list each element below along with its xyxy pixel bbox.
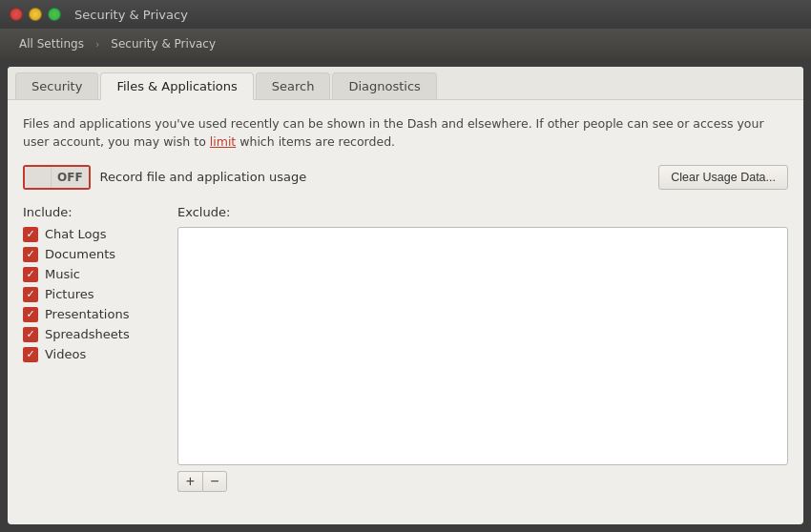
remove-exclude-button[interactable]: − [202,471,227,492]
list-item[interactable]: Chat Logs [23,227,166,242]
window-controls [10,8,61,21]
checkbox-pictures[interactable] [23,287,38,302]
breadcrumb: All Settings › Security & Privacy [0,29,811,59]
list-item[interactable]: Videos [23,347,166,362]
list-item[interactable]: Music [23,267,166,282]
exclude-column: Exclude: + − [177,205,788,492]
tab-files-applications[interactable]: Files & Applications [100,72,253,100]
tab-bar: Security Files & Applications Search Dia… [8,67,803,100]
include-list: Chat Logs Documents Music Pictures [23,227,166,362]
add-exclude-button[interactable]: + [177,471,202,492]
checkbox-label-pictures: Pictures [45,287,94,301]
checkbox-label-presentations: Presentations [45,307,129,321]
checkbox-label-documents: Documents [45,247,115,261]
tab-diagnostics[interactable]: Diagnostics [332,72,436,99]
limit-link[interactable]: limit [210,134,237,149]
list-item[interactable]: Presentations [23,307,166,322]
panel-content: Files and applications you've used recen… [8,100,803,524]
exclude-list-box [177,227,788,465]
list-item[interactable]: Documents [23,247,166,262]
checkbox-label-spreadsheets: Spreadsheets [45,327,130,341]
breadcrumb-separator: › [95,38,99,51]
toggle-button[interactable]: OFF [23,165,91,190]
checkbox-presentations[interactable] [23,307,38,322]
exclude-actions: + − [177,471,788,492]
columns: Include: Chat Logs Documents Music [23,205,788,492]
checkbox-documents[interactable] [23,247,38,262]
description: Files and applications you've used recen… [23,115,788,152]
checkbox-label-music: Music [45,267,80,281]
toggle-track [25,167,52,188]
checkbox-spreadsheets[interactable] [23,327,38,342]
exclude-label: Exclude: [177,205,788,219]
tab-search[interactable]: Search [256,72,331,99]
checkbox-chat-logs[interactable] [23,227,38,242]
window-title: Security & Privacy [74,8,188,22]
checkbox-videos[interactable] [23,347,38,362]
clear-usage-button[interactable]: Clear Usage Data... [658,165,788,190]
list-item[interactable]: Spreadsheets [23,327,166,342]
checkbox-label-videos: Videos [45,347,86,361]
maximize-button[interactable] [48,8,61,21]
description-text-after: which items are recorded. [236,134,395,149]
breadcrumb-security-privacy[interactable]: Security & Privacy [103,34,223,53]
toggle-state-label: OFF [52,167,89,188]
tab-security[interactable]: Security [15,72,98,99]
toggle-description: Record file and application usage [100,170,307,184]
minimize-button[interactable] [29,8,42,21]
include-label: Include: [23,205,166,219]
checkbox-label-chat-logs: Chat Logs [45,227,107,241]
close-button[interactable] [10,8,23,21]
include-column: Include: Chat Logs Documents Music [23,205,166,492]
checkbox-music[interactable] [23,267,38,282]
toggle-row: OFF Record file and application usage Cl… [23,165,788,190]
titlebar: Security & Privacy [0,0,811,29]
breadcrumb-all-settings[interactable]: All Settings [11,34,92,53]
main-panel: Security Files & Applications Search Dia… [8,67,803,524]
list-item[interactable]: Pictures [23,287,166,302]
